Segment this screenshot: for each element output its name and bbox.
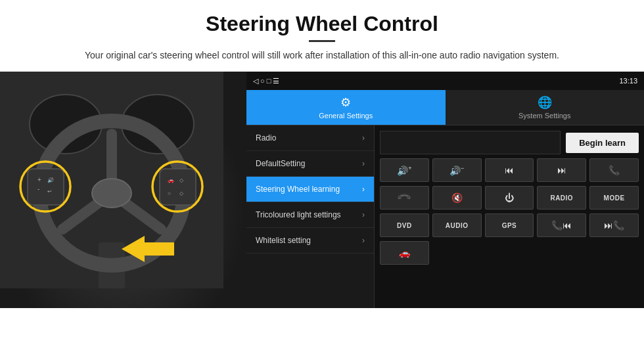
radio-text: RADIO [550, 194, 573, 202]
tab-general-label: General Settings [319, 112, 373, 120]
phone-answer-button[interactable]: 📞 [589, 158, 639, 182]
svg-point-8 [92, 179, 131, 208]
nav-icons: ◁ ○ □ ☰ [253, 77, 279, 85]
phone-prev-button[interactable]: 📞⏮ [537, 213, 586, 237]
hangup-icon: 📞 [397, 190, 412, 205]
control-row-2: 📞 🔇 ⏻ RADIO MODE [380, 186, 639, 210]
car-icon: 🚗 [399, 248, 410, 258]
volume-down-icon: 🔊− [449, 165, 464, 176]
volume-down-button[interactable]: 🔊− [432, 158, 482, 182]
svg-text:◇: ◇ [179, 177, 184, 183]
tab-system-label: System Settings [518, 112, 570, 120]
chevron-right-icon: › [362, 133, 365, 143]
audio-text: AUDIO [446, 222, 469, 229]
phone-hangup-button[interactable]: 📞 [380, 186, 429, 210]
menu-item-tricoloured[interactable]: Tricoloured light settings › [246, 202, 374, 228]
whitelist-label: Whitelist setting [256, 236, 311, 245]
content-area: + - 🔊 ↩ 🚗 ◇ ○ ◇ ◁ ○ □ ☰ [0, 72, 644, 308]
mode-text: MODE [604, 194, 625, 202]
time-display: 13:13 [619, 77, 637, 85]
menu-item-steering-wheel[interactable]: Steering Wheel learning › [246, 177, 374, 202]
steering-wheel-image: + - 🔊 ↩ 🚗 ◇ ○ ◇ [0, 72, 246, 308]
dvd-text: DVD [397, 222, 412, 229]
svg-rect-9 [28, 169, 64, 205]
prev-track-icon: ⏮ [505, 165, 514, 175]
page-title: Steering Wheel Control [0, 0, 644, 40]
power-button[interactable]: ⏻ [485, 186, 534, 210]
begin-learn-button[interactable]: Begin learn [566, 133, 639, 153]
steering-wheel-label: Steering Wheel learning [256, 185, 340, 194]
tab-system-settings[interactable]: 🌐 System Settings [446, 90, 645, 125]
svg-text:-: - [37, 185, 39, 192]
defaultsetting-label: DefaultSetting [256, 159, 305, 168]
phone-next-icon: ⏭📞 [604, 220, 624, 231]
mode-button[interactable]: MODE [589, 186, 639, 210]
globe-icon: 🌐 [538, 95, 552, 110]
control-row-4: 🚗 [380, 241, 639, 265]
power-icon: ⏻ [505, 192, 514, 203]
right-control-panel: Begin learn 🔊+ 🔊− ⏮ ⏭ [375, 125, 644, 308]
title-divider [309, 40, 335, 42]
car-icon-button[interactable]: 🚗 [380, 241, 429, 265]
volume-up-button[interactable]: 🔊+ [380, 158, 429, 182]
begin-learn-row: Begin learn [380, 131, 639, 154]
mute-icon: 🔇 [451, 192, 463, 203]
volume-up-icon: 🔊+ [397, 165, 411, 176]
radio-mode-button[interactable]: RADIO [537, 186, 586, 210]
status-bar: ◁ ○ □ ☰ 13:13 [246, 72, 644, 90]
audio-button[interactable]: AUDIO [432, 213, 482, 237]
chevron-right-icon: › [362, 159, 365, 168]
svg-rect-14 [160, 169, 196, 205]
svg-text:🔊: 🔊 [47, 177, 54, 183]
chevron-right-icon: › [362, 236, 365, 245]
control-row-3: DVD AUDIO GPS 📞⏮ ⏭📞 [380, 213, 639, 237]
tricoloured-label: Tricoloured light settings [256, 210, 341, 219]
menu-item-radio[interactable]: Radio › [246, 125, 374, 151]
subtitle-text: Your original car's steering wheel contr… [0, 49, 644, 72]
menu-item-defaultsetting[interactable]: DefaultSetting › [246, 151, 374, 177]
tab-bar: ⚙ General Settings 🌐 System Settings [246, 90, 644, 125]
next-track-button[interactable]: ⏭ [537, 158, 586, 182]
gps-button[interactable]: GPS [485, 213, 534, 237]
menu-item-whitelist[interactable]: Whitelist setting › [246, 228, 374, 254]
radio-label: Radio [256, 133, 276, 143]
svg-text:+: + [37, 176, 41, 183]
prev-track-button[interactable]: ⏮ [485, 158, 534, 182]
gear-settings-icon: ⚙ [340, 95, 351, 110]
learn-input-box [380, 131, 561, 154]
svg-text:🚗: 🚗 [168, 177, 174, 183]
settings-menu-list: Radio › DefaultSetting › Steering Wheel … [246, 125, 375, 308]
dvd-button[interactable]: DVD [380, 213, 429, 237]
status-icons: 13:13 [619, 77, 637, 85]
android-ui: ◁ ○ □ ☰ 13:13 ⚙ General Settings 🌐 Syste… [246, 72, 644, 308]
mute-button[interactable]: 🔇 [432, 186, 482, 210]
svg-text:◇: ◇ [179, 190, 184, 196]
phone-icon: 📞 [609, 165, 620, 175]
svg-text:↩: ↩ [47, 189, 52, 194]
tab-general-settings[interactable]: ⚙ General Settings [246, 90, 446, 125]
menu-content: Radio › DefaultSetting › Steering Wheel … [246, 125, 644, 308]
control-row-1: 🔊+ 🔊− ⏮ ⏭ 📞 [380, 158, 639, 182]
svg-text:○: ○ [168, 190, 171, 196]
phone-prev-icon: 📞⏮ [551, 220, 572, 231]
gps-text: GPS [502, 222, 517, 229]
chevron-right-icon: › [362, 185, 365, 194]
phone-next-button[interactable]: ⏭📞 [589, 213, 639, 237]
chevron-right-icon: › [362, 210, 365, 219]
next-track-icon: ⏭ [557, 165, 566, 175]
